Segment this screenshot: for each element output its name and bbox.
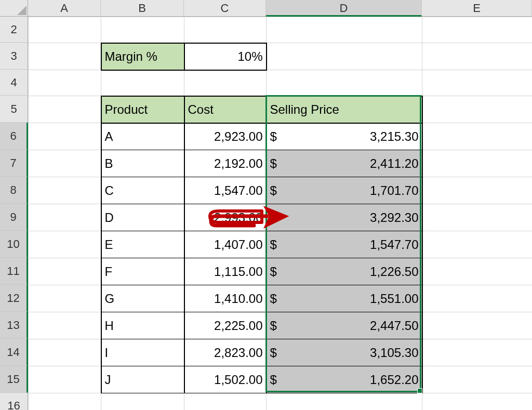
cell-C9[interactable]: 2,993.00: [184, 204, 267, 231]
cell-A11[interactable]: [29, 258, 101, 285]
row-header-12[interactable]: 12: [0, 285, 28, 312]
cell-D8[interactable]: $1,701.70: [267, 177, 422, 204]
cell-E9[interactable]: [422, 204, 533, 231]
cell-D14[interactable]: $3,105.30: [267, 339, 422, 366]
row-header-4[interactable]: 4: [0, 70, 28, 96]
cell-C5[interactable]: Cost: [184, 96, 267, 123]
cells-grid[interactable]: Margin %10%ProductCostSelling PriceA2,92…: [28, 17, 532, 410]
column-header-E[interactable]: E: [422, 0, 532, 17]
cell-E10[interactable]: [422, 231, 533, 258]
cell-B9[interactable]: D: [101, 204, 184, 231]
cell-B6[interactable]: A: [101, 123, 184, 150]
cell-D13[interactable]: $2,447.50: [267, 312, 422, 339]
cell-E2[interactable]: [422, 17, 533, 43]
cell-A14[interactable]: [29, 339, 101, 366]
cell-B15[interactable]: J: [101, 366, 184, 393]
cell-C10[interactable]: 1,407.00: [184, 231, 267, 258]
cell-A4[interactable]: [29, 70, 101, 96]
cell-C7[interactable]: 2,192.00: [184, 150, 267, 177]
cell-A5[interactable]: [29, 96, 101, 123]
cell-D3[interactable]: [267, 43, 422, 70]
cell-B14[interactable]: I: [101, 339, 184, 366]
cell-B10[interactable]: E: [101, 231, 184, 258]
cell-E12[interactable]: [422, 285, 533, 312]
cell-C13[interactable]: 2,225.00: [184, 312, 267, 339]
cell-C11[interactable]: 1,115.00: [184, 258, 267, 285]
row-header-10[interactable]: 10: [0, 231, 28, 258]
column-header-B[interactable]: B: [101, 0, 184, 17]
cell-C8[interactable]: 1,547.00: [184, 177, 267, 204]
cell-D7[interactable]: $2,411.20: [267, 150, 422, 177]
cell-B7[interactable]: B: [101, 150, 184, 177]
cell-B4[interactable]: [101, 70, 184, 96]
cell-A8[interactable]: [29, 177, 101, 204]
row-header-7[interactable]: 7: [0, 150, 28, 177]
cell-E14[interactable]: [422, 339, 533, 366]
cell-B13[interactable]: H: [101, 312, 184, 339]
cell-E8[interactable]: [422, 177, 533, 204]
cell-B11[interactable]: F: [101, 258, 184, 285]
currency-symbol: $: [270, 210, 277, 225]
cell-D9[interactable]: $3,292.30: [267, 204, 422, 231]
cell-E11[interactable]: [422, 258, 533, 285]
cell-E7[interactable]: [422, 150, 533, 177]
cell-C12[interactable]: 1,410.00: [184, 285, 267, 312]
cell-B2[interactable]: [101, 17, 184, 43]
cell-B3[interactable]: Margin %: [101, 43, 184, 70]
cell-E3[interactable]: [422, 43, 533, 70]
cell-A2[interactable]: [29, 17, 101, 43]
cell-D15[interactable]: $1,652.20: [267, 366, 422, 393]
cell-D10[interactable]: $1,547.70: [267, 231, 422, 258]
cell-D2[interactable]: [267, 17, 422, 43]
row-header-11[interactable]: 11: [0, 258, 28, 285]
row-header-8[interactable]: 8: [0, 177, 28, 204]
cell-C4[interactable]: [184, 70, 267, 96]
row-header-13[interactable]: 13: [0, 312, 28, 339]
cell-C16[interactable]: [184, 393, 267, 411]
cell-D16[interactable]: [267, 393, 422, 411]
row-header-16[interactable]: 16: [0, 393, 28, 410]
cell-A9[interactable]: [29, 204, 101, 231]
cell-C6[interactable]: 2,923.00: [184, 123, 267, 150]
cell-C14[interactable]: 2,823.00: [184, 339, 267, 366]
spreadsheet-viewport: ABCDE 2345678910111213141516 Margin %10%…: [0, 0, 532, 410]
row-header-3[interactable]: 3: [0, 43, 28, 70]
cell-A10[interactable]: [29, 231, 101, 258]
cell-E16[interactable]: [422, 393, 533, 411]
cell-A12[interactable]: [29, 285, 101, 312]
row-header-6[interactable]: 6: [0, 123, 28, 150]
column-header-C[interactable]: C: [184, 0, 266, 17]
column-header-A[interactable]: A: [28, 0, 101, 17]
cell-E13[interactable]: [422, 312, 533, 339]
cell-A3[interactable]: [29, 43, 101, 70]
cell-B16[interactable]: [101, 393, 184, 411]
cell-D4[interactable]: [267, 70, 422, 96]
cell-E15[interactable]: [422, 366, 533, 393]
cell-B5[interactable]: Product: [101, 96, 184, 123]
cell-D6[interactable]: $3,215.30: [267, 123, 422, 150]
cell-B12[interactable]: G: [101, 285, 184, 312]
row-header-9[interactable]: 9: [0, 204, 28, 231]
cell-D12[interactable]: $1,551.00: [267, 285, 422, 312]
cell-A16[interactable]: [29, 393, 101, 411]
row-header-15[interactable]: 15: [0, 366, 28, 393]
cell-E4[interactable]: [422, 70, 533, 96]
cell-A15[interactable]: [29, 366, 101, 393]
cell-A13[interactable]: [29, 312, 101, 339]
select-all-corner[interactable]: [0, 0, 28, 17]
cell-A6[interactable]: [29, 123, 101, 150]
row-header-14[interactable]: 14: [0, 339, 28, 366]
cell-C15[interactable]: 1,502.00: [184, 366, 267, 393]
cell-C3[interactable]: 10%: [184, 43, 267, 70]
row-header-5[interactable]: 5: [0, 96, 28, 123]
selling-value: 2,447.50: [370, 319, 418, 333]
cell-C2[interactable]: [184, 17, 267, 43]
cell-A7[interactable]: [29, 150, 101, 177]
cell-B8[interactable]: C: [101, 177, 184, 204]
column-header-D[interactable]: D: [266, 0, 422, 17]
row-header-2[interactable]: 2: [0, 17, 28, 43]
cell-E6[interactable]: [422, 123, 533, 150]
cell-D11[interactable]: $1,226.50: [267, 258, 422, 285]
cell-D5[interactable]: Selling Price: [267, 96, 422, 123]
cell-E5[interactable]: [422, 96, 533, 123]
